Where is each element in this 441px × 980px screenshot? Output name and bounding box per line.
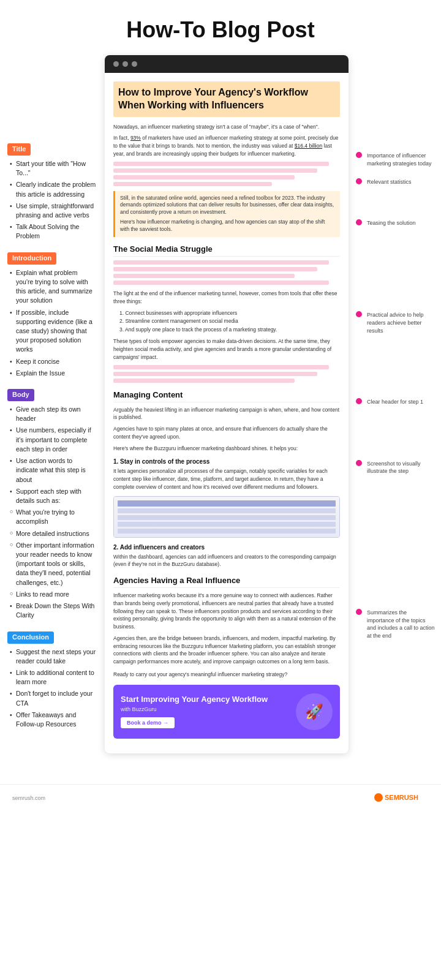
list-item: 3. And supply one place to track the pro… xyxy=(119,326,340,334)
label-title: Title xyxy=(7,143,31,156)
list-item: 2. Streamline content management on soci… xyxy=(119,317,340,326)
annotation-dot xyxy=(356,398,362,404)
list-item: Break Down the Steps With Clarity xyxy=(10,601,96,620)
title-tips-list: Start your title with "How To..." Clearl… xyxy=(7,159,96,241)
section1-heading: The Social Media Struggle xyxy=(113,244,340,257)
annotation-dot xyxy=(356,311,362,317)
blog-post-title: How to Improve Your Agency's Workflow Wh… xyxy=(113,81,340,117)
section2-heading: Managing Content xyxy=(113,390,340,402)
filler-bar xyxy=(113,175,295,179)
annotation-text: Relevant statistics xyxy=(367,178,412,186)
ss-row xyxy=(118,508,336,513)
filler-bar xyxy=(113,162,329,166)
footer-url: semrush.com xyxy=(12,795,45,801)
list-item: Suggest the next steps your reader could… xyxy=(10,647,96,666)
list-item: More detailed instructions xyxy=(10,529,96,538)
window-dot-2 xyxy=(123,61,128,67)
section1-list: 1. Connect businesses with appropriate i… xyxy=(113,309,340,334)
filler-bar xyxy=(113,274,295,278)
center-blog: How to Improve Your Agency's Workflow Wh… xyxy=(101,55,352,753)
list-item: Explain what problem you're trying to so… xyxy=(10,268,96,306)
blog-window: How to Improve Your Agency's Workflow Wh… xyxy=(105,55,349,753)
conclusion-tips-list: Suggest the next steps your reader could… xyxy=(7,647,96,729)
annotation-dot xyxy=(356,460,362,466)
window-dot-3 xyxy=(132,61,137,67)
annotation-teasing: Teasing the solution xyxy=(356,219,435,227)
ss-row xyxy=(118,500,336,507)
blog-inner: How to Improve Your Agency's Workflow Wh… xyxy=(105,73,349,753)
filler-bar xyxy=(113,168,317,173)
annotation-dot xyxy=(356,178,362,184)
annotation-text: Summarizes the importance of the topics … xyxy=(367,609,435,639)
cta-button[interactable]: Book a demo → xyxy=(121,717,175,728)
intro-para2: In fact, 93% of marketers have used an i… xyxy=(113,134,340,157)
section1-para: These types of tools empower agencies to… xyxy=(113,337,340,361)
annotation-summarizes: Summarizes the importance of the topics … xyxy=(356,609,435,639)
filler-bar xyxy=(113,260,329,265)
list-item: Give each step its own header xyxy=(10,405,96,423)
filler-bar xyxy=(113,372,317,376)
annotation-dot xyxy=(356,152,362,158)
section3-cta-q: Ready to carry out your agency's meaning… xyxy=(113,671,340,679)
right-sidebar: Importance of influencer marketing strat… xyxy=(352,55,441,753)
intro-tips-list: Explain what problem you're trying to so… xyxy=(7,268,96,378)
annotation-text: Importance of influencer marketing strat… xyxy=(367,152,435,167)
list-item: Offer Takeaways and Follow-up Resources xyxy=(10,710,96,729)
section3-para1: Influencer marketing works because it's … xyxy=(113,592,340,631)
section2-para2: Agencies have to spin many plates at onc… xyxy=(113,425,340,441)
list-item: Clearly indicate the problem this articl… xyxy=(10,180,96,198)
cta-text: Start Improving Your Agency Workflow wit… xyxy=(121,695,268,728)
left-sidebar: Title Start your title with "How To..." … xyxy=(0,55,101,753)
ss-row xyxy=(118,515,336,520)
teasing-box: Still, in the saturated online world, ag… xyxy=(113,191,340,237)
annotation-text: Practical advice to help readers achieve… xyxy=(367,311,435,334)
label-conclusion: Conclusion xyxy=(7,631,54,644)
annotation-practical: Practical advice to help readers achieve… xyxy=(356,311,435,334)
teasing-para4: Here's how influencer marketing is chang… xyxy=(120,219,335,233)
list-item: 1. Connect businesses with appropriate i… xyxy=(119,309,340,318)
step1-para: It lets agencies personalize all process… xyxy=(113,467,340,491)
filler-bar xyxy=(113,267,317,271)
annotation-importance: Importance of influencer marketing strat… xyxy=(356,152,435,167)
list-item: Use simple, straightforward phrasing and… xyxy=(10,202,96,220)
ss-row xyxy=(118,529,336,533)
annotation-text: Teasing the solution xyxy=(367,219,416,227)
cta-box[interactable]: Start Improving Your Agency Workflow wit… xyxy=(113,685,340,739)
annotation-clear-header: Clear header for step 1 xyxy=(356,398,435,406)
step2-header: 2. Add influencers and creators xyxy=(113,544,340,551)
teasing-para3: Still, in the saturated online world, ag… xyxy=(120,195,335,217)
label-body: Body xyxy=(7,389,34,401)
filler-bar xyxy=(113,182,272,186)
section2-para1: Arguably the heaviest lifting in an infl… xyxy=(113,406,340,422)
body-tips-list: Give each step its own header Use number… xyxy=(7,405,96,620)
list-item: What you're trying to accomplish xyxy=(10,508,96,526)
page-title: How-To Blog Post xyxy=(0,0,441,55)
cta-headline: Start Improving Your Agency Workflow xyxy=(121,695,268,705)
step1-header: 1. Stay in controls of the process xyxy=(113,458,340,465)
filler-bar xyxy=(113,379,295,383)
section2-para3: Here's where the Buzzguru influencer mar… xyxy=(113,445,340,453)
list-item: Link to additional content to learn more xyxy=(10,668,96,687)
filler-bar xyxy=(113,281,329,285)
list-item: Links to read more xyxy=(10,590,96,599)
annotation-statistics: Relevant statistics xyxy=(356,178,435,186)
list-item: Talk About Solving the Problem xyxy=(10,222,96,241)
label-intro: Introduction xyxy=(7,252,56,265)
step2-para: Within the dashboard, agencies can add i… xyxy=(113,553,340,569)
list-item: Use action words to indicate what this s… xyxy=(10,456,96,484)
window-bar xyxy=(105,55,349,73)
filler-bar xyxy=(113,365,329,369)
annotation-dot xyxy=(356,219,362,225)
annotation-text: Screenshot to visually illustrate the st… xyxy=(367,460,435,475)
svg-text:SEMRUSH: SEMRUSH xyxy=(385,794,418,801)
list-item: If possible, include supporting evidence… xyxy=(10,308,96,355)
cta-subtext: with BuzzGuru xyxy=(121,706,268,712)
list-item: Support each step with details such as: xyxy=(10,487,96,505)
semrush-logo-icon: SEMRUSH xyxy=(374,792,429,803)
ss-row xyxy=(118,522,336,527)
list-item: Start your title with "How To..." xyxy=(10,159,96,178)
section3-heading: Agencies Having a Real Influence xyxy=(113,576,340,588)
list-item: Keep it concise xyxy=(10,357,96,366)
list-item: Don't forget to include your CTA xyxy=(10,689,96,707)
section1-tunnel: The light at the end of the influencer m… xyxy=(113,290,340,306)
